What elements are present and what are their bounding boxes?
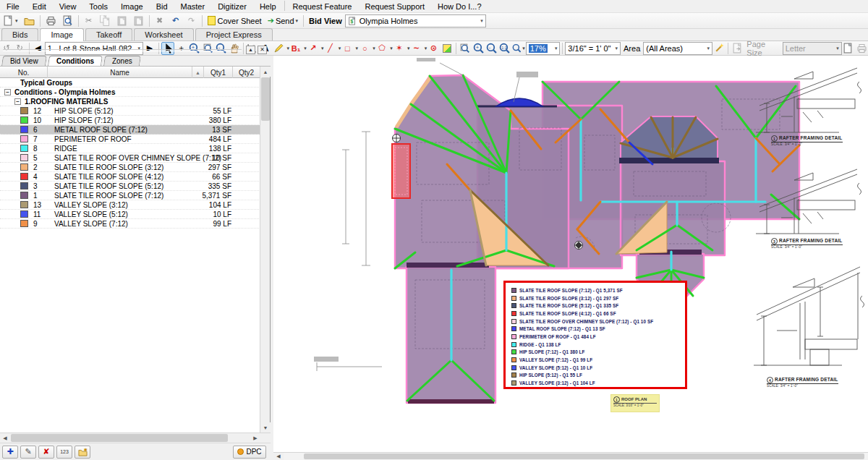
- tab-project-express[interactable]: Project Express: [195, 28, 273, 41]
- sort-asc-icon[interactable]: ▲: [192, 67, 204, 78]
- collapse-icon[interactable]: −: [14, 98, 21, 105]
- tab-worksheet[interactable]: Worksheet: [134, 28, 193, 41]
- condition-row[interactable]: 10HIP SLOPE (7:12)380 LF: [0, 116, 260, 125]
- menu-bid[interactable]: Bid: [150, 1, 174, 12]
- print-preview-button[interactable]: [60, 14, 75, 27]
- scroll-up-icon[interactable]: ▲: [260, 67, 271, 77]
- tab-image[interactable]: Image: [40, 28, 84, 41]
- group-row-conditions[interactable]: − Conditions - Olympia Holmes: [0, 88, 260, 97]
- pencil-tool[interactable]: [272, 42, 285, 55]
- condition-row[interactable]: 5SLATE TILE ROOF OVER CHIMNEY SLOPE (7:1…: [0, 153, 260, 163]
- redo-button[interactable]: ↷: [184, 14, 199, 27]
- group-row-typical[interactable]: Typical Groups: [0, 78, 260, 88]
- condition-row[interactable]: 3SLATE TILE ROOF SLOPE (5:12)335 SF: [0, 182, 260, 191]
- rect-markup-tool[interactable]: □: [341, 42, 354, 55]
- ellipse-markup-tool[interactable]: ○: [358, 42, 371, 55]
- send-button[interactable]: ➔ Send▾: [265, 14, 300, 27]
- note-tool[interactable]: [440, 42, 453, 55]
- zoom-fit-button[interactable]: ▾: [511, 42, 526, 55]
- freehand-markup-tool[interactable]: ∼: [409, 42, 422, 55]
- nav-back-button[interactable]: ↺: [0, 42, 13, 55]
- zoom-level-select[interactable]: 17%▾: [526, 42, 561, 55]
- arrow-markup-tool[interactable]: ↗: [307, 42, 320, 55]
- panel-close-button[interactable]: ✕: [258, 46, 267, 54]
- menu-request-support[interactable]: Request Support: [358, 1, 431, 12]
- condition-row[interactable]: 1SLATE TILE ROOF SLOPE (7:12)5,371 SF: [0, 191, 260, 200]
- number-conditions-button[interactable]: 123: [56, 446, 72, 459]
- tab-takeoff[interactable]: Takeoff: [85, 28, 132, 41]
- line-markup-tool[interactable]: ╱: [324, 42, 337, 55]
- condition-row[interactable]: 2SLATE TILE ROOF SLOPE (3:12)297 SF: [0, 163, 260, 172]
- zoom-in-button[interactable]: +: [472, 42, 485, 55]
- menu-image[interactable]: Image: [114, 1, 150, 12]
- scroll-thumb[interactable]: [261, 77, 270, 121]
- edit-condition-button[interactable]: ✎: [20, 446, 36, 459]
- add-condition-button[interactable]: ✚: [2, 446, 18, 459]
- blank-page-button[interactable]: [842, 42, 855, 55]
- zoom-window-tool[interactable]: [201, 42, 214, 55]
- condition-row[interactable]: 7PERIMETER OF ROOF484 LF: [0, 135, 260, 144]
- scroll-left-icon[interactable]: ◀: [273, 453, 284, 460]
- cut-icon[interactable]: ✂: [82, 14, 96, 27]
- paste-special-icon[interactable]: [131, 14, 146, 27]
- group-row-roofing[interactable]: − 1.ROOFING MATERIALS: [0, 97, 260, 106]
- canvas-horizontal-scrollbar[interactable]: ◀: [273, 452, 868, 460]
- menu-help[interactable]: Help: [253, 1, 283, 12]
- collapse-icon[interactable]: −: [4, 89, 11, 95]
- scroll-right-icon[interactable]: ▶: [250, 433, 260, 443]
- scale-select[interactable]: 3/16" = 1' 0"▾: [565, 42, 621, 55]
- polygon-markup-tool[interactable]: ⬠: [375, 42, 388, 55]
- scroll-thumb[interactable]: [11, 434, 228, 442]
- page-size-select[interactable]: Letter▾: [783, 42, 842, 55]
- area-select[interactable]: (All Areas)▾: [643, 42, 712, 55]
- menu-request-feature[interactable]: Request Feature: [286, 1, 359, 12]
- column-no[interactable]: No.: [0, 67, 48, 78]
- menu-edit[interactable]: Edit: [26, 1, 53, 12]
- panel-collapse-button[interactable]: ▴: [246, 46, 255, 54]
- print-button[interactable]: [43, 14, 59, 27]
- panel-tab-conditions[interactable]: Conditions: [48, 56, 103, 66]
- export-page-button[interactable]: [731, 42, 744, 55]
- menu-how-do-i[interactable]: How Do I...?: [431, 1, 488, 12]
- stamp-markup-tool[interactable]: ⊙: [427, 42, 440, 55]
- delete-icon[interactable]: ✖: [153, 14, 167, 27]
- column-name[interactable]: Name: [48, 67, 192, 78]
- panel-vertical-scrollbar[interactable]: ▲ ▼: [260, 67, 270, 433]
- label-tool[interactable]: B₁: [289, 42, 302, 55]
- menu-master[interactable]: Master: [174, 1, 212, 12]
- scroll-down-icon[interactable]: ▼: [260, 422, 271, 433]
- panel-tab-zones[interactable]: Zones: [103, 56, 141, 66]
- dpc-button[interactable]: DPC: [233, 446, 266, 459]
- bid-view-select[interactable]: $ Olympia Holmes ▾: [345, 14, 486, 27]
- zoom-out-tool[interactable]: -: [214, 42, 227, 55]
- prev-page-button[interactable]: ◀: [31, 42, 44, 55]
- menu-tools[interactable]: Tools: [82, 1, 114, 12]
- column-qty2[interactable]: Qty2: [233, 67, 260, 78]
- condition-row[interactable]: 4SLATE TILE ROOF SLOPE (4:12)66 SF: [0, 172, 260, 182]
- panel-tab-bid-view[interactable]: Bid View: [1, 56, 47, 66]
- condition-row[interactable]: 8RIDGE138 LF: [0, 144, 260, 153]
- open-button[interactable]: [22, 14, 37, 27]
- paste-icon[interactable]: [114, 14, 129, 27]
- panel-horizontal-scrollbar[interactable]: ◀ ▶: [0, 433, 271, 443]
- cover-sheet-button[interactable]: Cover Sheet: [205, 14, 264, 27]
- zoom-out-button[interactable]: -: [485, 42, 498, 55]
- drawing-canvas[interactable]: SLATE TILE ROOF SLOPE (7:12) - Q1 5,371 …: [273, 56, 868, 452]
- condition-row[interactable]: 11VALLEY SLOPE (5:12)10 LF: [0, 210, 260, 219]
- undo-button[interactable]: ↶: [169, 14, 183, 27]
- column-qty1[interactable]: Qty1: [204, 67, 233, 78]
- condition-row[interactable]: 6METAL ROOF SLOPE (7:12)13 SF: [0, 125, 260, 135]
- tab-bids[interactable]: Bids: [1, 28, 38, 41]
- crosshair-tool[interactable]: ＋: [174, 42, 187, 55]
- magic-wand-tool[interactable]: [712, 42, 726, 55]
- nav-forward-button[interactable]: ↻: [13, 42, 26, 55]
- scroll-left-icon[interactable]: ◀: [0, 433, 10, 443]
- copy-icon[interactable]: [98, 14, 113, 27]
- scroll-thumb[interactable]: [304, 453, 864, 459]
- page-select[interactable]: 1 - Lot 8-Stone Hall-082▾: [45, 42, 143, 55]
- condition-row[interactable]: 13VALLEY SLOPE (3:12)104 LF: [0, 200, 260, 210]
- condition-row[interactable]: 12HIP SLOPE (5:12)55 LF: [0, 106, 260, 116]
- star-markup-tool[interactable]: ✶: [393, 42, 406, 55]
- print-page-button[interactable]: [855, 42, 868, 55]
- new-group-button[interactable]: ✱: [75, 446, 90, 459]
